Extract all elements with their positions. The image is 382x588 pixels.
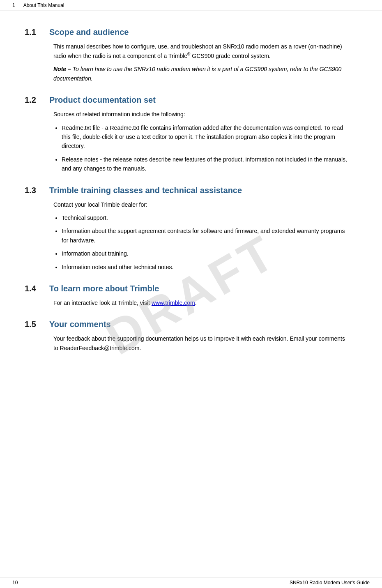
header-page-number: 1	[12, 2, 15, 8]
section-1-4-header: 1.4 To learn more about Trimble	[25, 284, 349, 293]
list-item: Information notes and other technical no…	[62, 263, 349, 272]
section-1-1-body: This manual describes how to configure, …	[53, 42, 349, 83]
section-1-5-header: 1.5 Your comments	[25, 320, 349, 329]
footer-manual-title: SNRx10 Radio Modem User's Guide	[290, 580, 370, 586]
list-item: Information about the support agreement …	[62, 226, 349, 245]
section-1-2-intro: Sources of related information include t…	[53, 110, 349, 119]
section-1-2-body: Sources of related information include t…	[53, 110, 349, 173]
list-item: Information about training.	[62, 249, 349, 258]
footer-page-number: 10	[12, 580, 18, 586]
section-1-3: 1.3 Trimble training classes and technic…	[25, 186, 349, 272]
section-1-2-number: 1.2	[25, 95, 49, 105]
section-1-2: 1.2 Product documentation set Sources of…	[25, 95, 349, 173]
section-1-5-body: Your feedback about the supporting docum…	[53, 334, 349, 353]
section-1-5-title: Your comments	[49, 320, 111, 329]
section-1-1-note: Note – To learn how to use the SNRx10 ra…	[53, 65, 349, 83]
section-1-2-title: Product documentation set	[49, 95, 156, 105]
section-1-1-number: 1.1	[25, 28, 49, 37]
section-1-1-paragraph: This manual describes how to configure, …	[53, 42, 349, 60]
list-item: Technical support.	[62, 213, 349, 222]
section-1-4-text-before: For an interactive look at Trimble, visi…	[53, 300, 152, 306]
section-1-4-title: To learn more about Trimble	[49, 284, 159, 293]
content-area: 1.1 Scope and audience This manual descr…	[0, 11, 382, 381]
section-1-2-header: 1.2 Product documentation set	[25, 95, 349, 105]
section-1-3-intro: Contact your local Trimble dealer for:	[53, 200, 349, 209]
header-chapter-title: About This Manual	[23, 2, 64, 8]
section-1-4-number: 1.4	[25, 284, 49, 293]
section-1-4-body: For an interactive look at Trimble, visi…	[53, 298, 349, 307]
note-label: Note –	[53, 66, 71, 72]
trimble-link[interactable]: www.trimble.com	[152, 300, 195, 306]
section-1-1-title: Scope and audience	[49, 28, 129, 37]
section-1-3-body: Contact your local Trimble dealer for: T…	[53, 200, 349, 272]
section-1-3-bullets: Technical support. Information about the…	[62, 213, 349, 272]
list-item: Release notes - the release notes descri…	[62, 155, 349, 173]
page-container: 1 About This Manual DRAFT 1.1 Scope and …	[0, 0, 382, 588]
section-1-4-text-after: .	[195, 300, 197, 306]
list-item: Readme.txt file - a Readme.txt file cont…	[62, 123, 349, 151]
section-1-3-number: 1.3	[25, 186, 49, 195]
section-1-5: 1.5 Your comments Your feedback about th…	[25, 320, 349, 353]
section-1-1-header: 1.1 Scope and audience	[25, 28, 349, 37]
section-1-5-number: 1.5	[25, 320, 49, 329]
section-1-1: 1.1 Scope and audience This manual descr…	[25, 28, 349, 83]
bottom-bar: 10 SNRx10 Radio Modem User's Guide	[0, 577, 382, 588]
section-1-4: 1.4 To learn more about Trimble For an i…	[25, 284, 349, 307]
section-1-3-header: 1.3 Trimble training classes and technic…	[25, 186, 349, 195]
section-1-5-paragraph: Your feedback about the supporting docum…	[53, 334, 349, 353]
top-bar: 1 About This Manual	[0, 0, 382, 11]
section-1-2-bullets: Readme.txt file - a Readme.txt file cont…	[62, 123, 349, 173]
section-1-4-paragraph: For an interactive look at Trimble, visi…	[53, 298, 349, 307]
section-1-3-title: Trimble training classes and technical a…	[49, 186, 242, 195]
